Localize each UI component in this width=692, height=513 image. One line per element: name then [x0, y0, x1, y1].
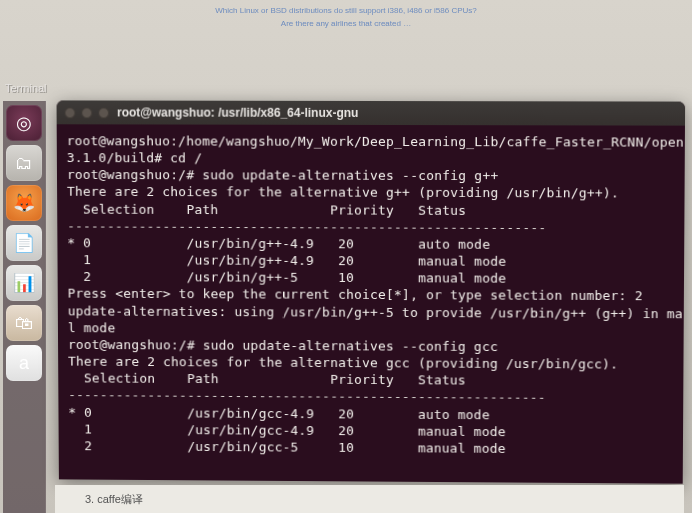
terminal-titlebar[interactable]: root@wangshuo: /usr/lib/x86_64-linux-gnu: [57, 100, 686, 125]
terminal-line: Press <enter> to keep the current choice…: [68, 285, 674, 305]
background-doc-text: 3. caffe编译: [85, 492, 143, 507]
terminal-window: root@wangshuo: /usr/lib/x86_64-linux-gnu…: [57, 100, 686, 483]
background-doc-line: 3. caffe编译: [55, 485, 684, 513]
firefox-icon[interactable]: 🦊: [6, 185, 42, 221]
maximize-icon[interactable]: [98, 107, 109, 118]
window-buttons: [64, 107, 109, 118]
background-page: Which Linux or BSD distributions do stil…: [0, 0, 692, 85]
document-icon[interactable]: 📄: [6, 225, 42, 261]
terminal-line: update-alternatives: using /usr/bin/g++-…: [68, 302, 674, 322]
amazon-icon[interactable]: a: [6, 345, 42, 381]
terminal-line: root@wangshuo:/# sudo update-alternative…: [67, 166, 675, 185]
terminal-line: There are 2 choices for the alternative …: [67, 183, 675, 202]
files-icon[interactable]: 🗂: [6, 145, 42, 181]
bg-line-2: Are there any airlines that created …: [0, 18, 692, 31]
bg-line-1: Which Linux or BSD distributions do stil…: [0, 5, 692, 18]
terminal-line: 2 /usr/bin/gcc-5 10 manual mode: [68, 437, 672, 458]
close-icon[interactable]: [64, 107, 75, 118]
terminal-line: root@wangshuo:/home/wangshuo/My_Work/Dee…: [67, 132, 675, 151]
terminal-line: 3.1.0/build# cd /: [67, 149, 675, 168]
dash-icon[interactable]: ◎: [6, 105, 42, 141]
calc-icon[interactable]: 📊: [6, 265, 42, 301]
minimize-icon[interactable]: [81, 107, 92, 118]
terminal-title: root@wangshuo: /usr/lib/x86_64-linux-gnu: [117, 106, 358, 120]
unity-launcher: ◎🗂🦊📄📊🛍a: [3, 101, 46, 513]
terminal-body[interactable]: root@wangshuo:/home/wangshuo/My_Work/Dee…: [57, 124, 685, 466]
terminal-line: ----------------------------------------…: [67, 217, 674, 236]
panel-app-label: Terminal: [5, 82, 47, 94]
terminal-line: Selection Path Priority Status: [67, 200, 674, 219]
software-icon[interactable]: 🛍: [6, 305, 42, 341]
